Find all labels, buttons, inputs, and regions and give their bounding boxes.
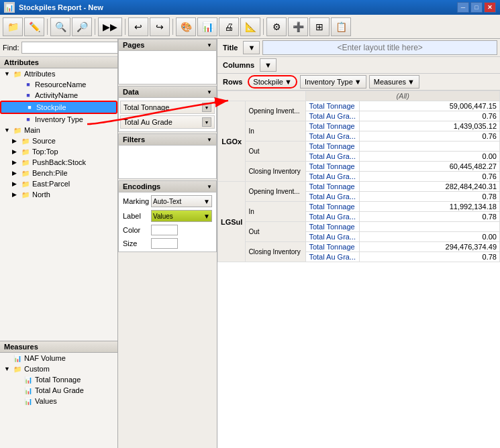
- print-button[interactable]: 🖨: [219, 17, 239, 36]
- tree-item-toptop[interactable]: ▶ 📁 Top:Top: [0, 146, 117, 157]
- tree-item-destination[interactable]: ▶ 📁 Destination: [0, 200, 117, 203]
- expand-pushback[interactable]: ▶: [12, 159, 20, 166]
- color-button[interactable]: 🎨: [176, 17, 196, 36]
- value-cell-3: 1,439,035.12: [360, 121, 500, 131]
- folder-icon-east: 📁: [20, 179, 31, 188]
- tree-item-naf-volume[interactable]: 📊 NAF Volume: [0, 353, 117, 363]
- value-cell-13: [360, 222, 500, 232]
- tree-item-resourcename[interactable]: ■ ResourceName: [0, 79, 117, 90]
- expand-source[interactable]: ▶: [12, 137, 20, 144]
- expand-bench[interactable]: ▶: [12, 170, 20, 176]
- tree-item-total-tonnage[interactable]: 📊 Total Tonnage: [0, 374, 117, 385]
- tree-item-total-au-grade[interactable]: 📊 Total Au Grade: [0, 385, 117, 396]
- table-row: LGOx Opening Invent... Total Tonnage 59,…: [218, 101, 500, 111]
- tree-item-stockpile[interactable]: ■ Stockpile: [0, 101, 117, 114]
- inventory-type-btn-label: Inventory Type: [305, 78, 353, 86]
- filters-chevron[interactable]: ▼: [207, 137, 212, 143]
- measure-label-2: Total Au Gra...: [306, 111, 360, 121]
- tree-item-bench[interactable]: ▶ 📁 Bench:Pile: [0, 168, 117, 178]
- closing-inv-label-1: Closing Inventory: [246, 162, 306, 182]
- value-cell-9: 282,484,240.31: [360, 182, 500, 192]
- measures-dropdown-btn[interactable]: Measures ▼: [369, 75, 419, 89]
- data-label: Data: [123, 88, 139, 96]
- find-button[interactable]: 🔍: [50, 17, 70, 36]
- measure-icon-total-au-grade: 📊: [23, 386, 34, 395]
- inventory-type-dropdown-btn[interactable]: Inventory Type ▼: [300, 75, 366, 89]
- encodings-chevron[interactable]: ▼: [207, 184, 212, 190]
- minimize-button[interactable]: ─: [457, 2, 469, 13]
- expand-toptop[interactable]: ▶: [12, 148, 20, 155]
- tree-item-values[interactable]: 📊 Values: [0, 396, 117, 406]
- data-item-total-tonnage[interactable]: Total Tonnage ▼: [120, 101, 215, 114]
- size-label: Size: [123, 239, 148, 247]
- data-item-dropdown-1[interactable]: ▼: [202, 103, 211, 112]
- main-toolbar: 📁 ✏️ 🔍 🔎 ▶▶ ↩ ↪ 🎨 📊 🖨 📐 ⚙ ➕ ⊞ 📋: [0, 15, 500, 39]
- color-box[interactable]: [151, 225, 178, 235]
- measure-icon-values: 📊: [23, 396, 34, 406]
- title-input[interactable]: [262, 40, 497, 55]
- tree-item-inventorytype[interactable]: ■ Inventory Type: [0, 114, 117, 125]
- tree-item-east[interactable]: ▶ 📁 East:Parcel: [0, 178, 117, 189]
- expand-north[interactable]: ▶: [12, 191, 20, 198]
- expand-attributes[interactable]: ▼: [4, 70, 12, 77]
- report-table: (All) LGOx Opening Invent... Total Tonna…: [217, 91, 500, 262]
- stockpile-dropdown-btn[interactable]: Stockpile ▼: [248, 75, 297, 89]
- out-label-1: Out: [246, 142, 306, 162]
- columns-label: Columns: [220, 61, 257, 69]
- redo-button[interactable]: ↪: [150, 17, 170, 36]
- table-row: Closing Inventory Total Tonnage 294,476,…: [218, 242, 500, 252]
- lgox-label: LGOx: [218, 101, 246, 182]
- grid-button[interactable]: ⊞: [309, 17, 330, 36]
- marking-value: Auto-Text: [153, 198, 181, 205]
- tree-item-custom[interactable]: ▼ 📁 Custom: [0, 363, 117, 374]
- table-row: Closing Inventory Total Tonnage 60,445,4…: [218, 162, 500, 172]
- tree-item-main[interactable]: ▼ 📁 Main: [0, 125, 117, 135]
- find-input[interactable]: [21, 42, 118, 54]
- zoom-button[interactable]: 🔎: [72, 17, 92, 36]
- close-button[interactable]: ✕: [484, 2, 496, 13]
- measure-label-15: Total Tonnage: [306, 242, 360, 252]
- folder-icon-pushback: 📁: [20, 158, 31, 167]
- expand-custom[interactable]: ▼: [4, 366, 12, 372]
- toolbar-sep-4: [172, 19, 173, 35]
- size-box[interactable]: [151, 238, 178, 249]
- value-cell-8: 0.76: [360, 172, 500, 182]
- value-cell-10: 0.78: [360, 192, 500, 202]
- opening-inv-label-1: Opening Invent...: [246, 101, 306, 121]
- expand-main[interactable]: ▼: [4, 127, 12, 133]
- folder-icon-bench: 📁: [20, 168, 31, 178]
- add-button[interactable]: ➕: [288, 17, 308, 36]
- tree-item-activityname[interactable]: ■ ActivityName: [0, 90, 117, 101]
- open-button[interactable]: 📁: [3, 17, 23, 36]
- title-toolbar: Title ▼: [217, 39, 500, 57]
- edit-button[interactable]: ✏️: [24, 17, 44, 36]
- expand-destination[interactable]: ▶: [12, 202, 20, 203]
- tree-label-east: East:Parcel: [32, 180, 70, 188]
- data-item-total-au-grade[interactable]: Total Au Grade ▼: [120, 115, 215, 129]
- export-button[interactable]: 📋: [331, 17, 351, 36]
- tree-item-attributes[interactable]: ▼ 📁 Attributes: [0, 68, 117, 79]
- settings-button[interactable]: ⚙: [266, 17, 287, 36]
- data-item-dropdown-2[interactable]: ▼: [202, 117, 211, 127]
- measure-label-11: Total Tonnage: [306, 202, 360, 212]
- chart-button[interactable]: 📊: [197, 17, 217, 36]
- tree-item-source[interactable]: ▶ 📁 Source: [0, 135, 117, 146]
- measures-section: Measures 📊 NAF Volume ▼ 📁 Custom: [0, 341, 117, 448]
- field-icon-resourcename: ■: [23, 80, 34, 89]
- marking-select[interactable]: Auto-Text ▼: [151, 195, 212, 207]
- tree-item-north[interactable]: ▶ 📁 North: [0, 189, 117, 200]
- data-chevron[interactable]: ▼: [207, 89, 212, 95]
- window-controls: ─ □ ✕: [457, 2, 496, 13]
- pages-section: Pages ▼: [118, 39, 217, 85]
- rows-label: Rows: [220, 78, 245, 86]
- maximize-button[interactable]: □: [470, 2, 483, 13]
- tree-item-pushback[interactable]: ▶ 📁 PushBack:Stock: [0, 157, 117, 168]
- undo-button[interactable]: ↩: [128, 17, 148, 36]
- layout-button[interactable]: 📐: [240, 17, 260, 36]
- run-button[interactable]: ▶▶: [98, 17, 122, 36]
- pages-chevron[interactable]: ▼: [207, 42, 212, 48]
- title-dropdown-btn[interactable]: ▼: [243, 41, 260, 54]
- label-select[interactable]: Values ▼: [151, 210, 212, 222]
- expand-east[interactable]: ▶: [12, 180, 20, 187]
- columns-dropdown[interactable]: ▼: [260, 58, 277, 72]
